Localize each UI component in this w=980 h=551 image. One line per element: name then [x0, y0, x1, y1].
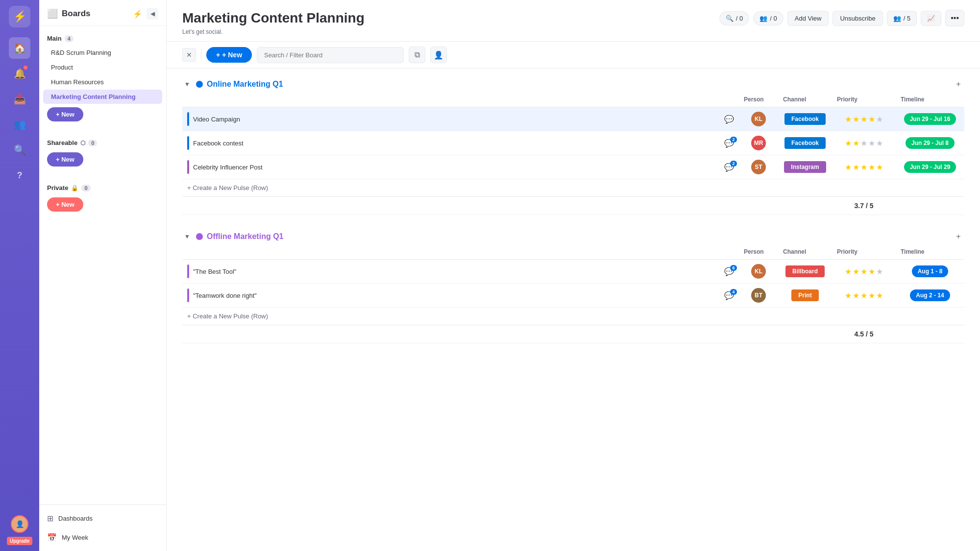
col-priority: Priority [832, 244, 896, 260]
nav-bar: ⚡ 🏠 🔔 📥 👥 🔍 ? 👤 Upgrade [0, 0, 39, 551]
chat-button[interactable]: 💬 [724, 115, 734, 124]
row-name[interactable]: "The Best Tool" [193, 268, 711, 275]
star-1: ★ [845, 267, 852, 276]
group-offline-header: ▼ Offline Marketing Q1 + [182, 231, 964, 242]
col-priority: Priority [832, 92, 896, 107]
members-button[interactable]: 👥 / 5 [887, 11, 917, 26]
row-name[interactable]: Celebrity Influencer Post [193, 164, 711, 171]
people-stat-icon: 👥 [760, 15, 767, 22]
stars[interactable]: ★ ★ ★ ★ ★ [837, 291, 891, 300]
sidebar: ⬜ Boards ⚡ ◀ Main 4 R&D Scrum Planning P… [39, 0, 167, 551]
nav-bell-icon[interactable]: 🔔 [9, 63, 30, 84]
stars[interactable]: ★ ★ ★ ★ ★ [837, 139, 891, 148]
timeline-badge[interactable]: Jun 29 - Jul 16 [904, 113, 956, 125]
person-avatar[interactable]: MR [751, 136, 766, 150]
group-online-collapse[interactable]: ▼ [182, 79, 192, 89]
sidebar-item-mcp[interactable]: Marketing Content Planning [43, 90, 162, 104]
star-3: ★ [860, 115, 867, 124]
sidebar-item-rnd[interactable]: R&D Scrum Planning [43, 46, 162, 60]
row-name[interactable]: Video Campaign [193, 116, 711, 123]
board-title: Marketing Content Planning [182, 10, 365, 26]
channel-badge[interactable]: Facebook [784, 137, 826, 149]
col-person: Person [739, 92, 778, 107]
nav-inbox-icon[interactable]: 📥 [9, 88, 30, 110]
create-row[interactable]: + Create a New Pulse (Row) [182, 308, 964, 325]
main-label: Main [47, 35, 62, 42]
stat-people-pill[interactable]: 👥 / 0 [753, 11, 783, 25]
chat-button[interactable]: 💬4 [724, 291, 734, 300]
group-online-add-btn[interactable]: + [953, 78, 964, 90]
col-name [182, 244, 739, 260]
channel-badge[interactable]: Print [791, 289, 818, 301]
shareable-section: Shareable ⬡ 0 + New [39, 130, 166, 175]
timeline-badge[interactable]: Jun 29 - Jul 29 [904, 161, 956, 173]
filter-button[interactable]: ⧉ [409, 47, 425, 63]
nav-search-icon[interactable]: 🔍 [9, 139, 30, 161]
star-1: ★ [845, 291, 852, 300]
private-new-button[interactable]: + New [47, 197, 83, 212]
row-timeline-cell: Jun 29 - Jul 16 [896, 107, 964, 131]
avg-channel-empty [778, 325, 832, 343]
table-row: Celebrity Influencer Post ✏ 💬2 ST In [182, 155, 964, 179]
channel-badge[interactable]: Instagram [784, 161, 826, 173]
table-row: Facebook contest ✏ 💬2 MR Facebook [182, 131, 964, 155]
search-input[interactable] [257, 47, 404, 63]
user-avatar[interactable]: 👤 [11, 515, 28, 533]
row-name[interactable]: Facebook contest [193, 140, 711, 147]
create-row-text[interactable]: + Create a New Pulse (Row) [182, 308, 964, 325]
main-new-button[interactable]: + New [47, 107, 83, 121]
sidebar-footer: ⊞ Dashboards 📅 My Week [39, 504, 166, 551]
stat-search-pill[interactable]: 🔍 / 0 [719, 11, 749, 25]
sidebar-item-product[interactable]: Product [43, 60, 162, 74]
upgrade-badge[interactable]: Upgrade [7, 537, 33, 545]
chat-button[interactable]: 💬6 [724, 267, 734, 276]
more-button[interactable]: ••• [945, 10, 964, 26]
stars[interactable]: ★ ★ ★ ★ ★ [837, 115, 891, 124]
timeline-badge[interactable]: Aug 2 - 14 [910, 289, 950, 301]
create-row[interactable]: + Create a New Pulse (Row) [182, 179, 964, 197]
collapse-btn[interactable]: ◀ [147, 8, 158, 20]
star-4: ★ [868, 291, 875, 300]
star-4: ★ [868, 267, 875, 276]
timeline-badge[interactable]: Aug 1 - 8 [912, 265, 949, 277]
row-timeline-cell: Aug 1 - 8 [896, 260, 964, 284]
channel-badge[interactable]: Facebook [784, 113, 826, 125]
avg-timeline-empty [896, 325, 964, 343]
clear-button[interactable]: ✕ [182, 48, 196, 62]
person-avatar[interactable]: ST [751, 160, 766, 174]
person-filter-button[interactable]: 👤 [430, 47, 447, 63]
group-offline-title[interactable]: Offline Marketing Q1 [207, 232, 283, 241]
stars[interactable]: ★ ★ ★ ★ ★ [837, 163, 891, 172]
create-row-text[interactable]: + Create a New Pulse (Row) [182, 179, 964, 197]
person-avatar[interactable]: KL [751, 264, 766, 279]
sidebar-item-my-week[interactable]: 📅 My Week [39, 528, 166, 547]
person-avatar[interactable]: KL [751, 112, 766, 126]
group-online-title[interactable]: Online Marketing Q1 [207, 80, 283, 89]
nav-people-icon[interactable]: 👥 [9, 114, 30, 135]
new-item-button[interactable]: + + New [206, 47, 252, 63]
add-view-button[interactable]: Add View [787, 11, 829, 26]
nav-home-icon[interactable]: 🏠 [9, 37, 30, 59]
activity-button[interactable]: 📈 [921, 11, 941, 26]
chat-button[interactable]: 💬2 [724, 139, 734, 148]
shareable-new-button[interactable]: + New [47, 152, 83, 167]
row-person-cell: ST [739, 155, 778, 179]
nav-logo[interactable]: ⚡ [9, 6, 30, 27]
group-online-table: Person Channel Priority Timeline Video C… [182, 92, 964, 215]
sidebar-item-hr[interactable]: Human Resources [43, 75, 162, 89]
chat-button[interactable]: 💬2 [724, 163, 734, 172]
channel-badge[interactable]: Billboard [785, 265, 825, 277]
nav-help-icon[interactable]: ? [9, 165, 30, 186]
person-avatar[interactable]: BT [751, 288, 766, 303]
sidebar-item-dashboards[interactable]: ⊞ Dashboards [39, 509, 166, 528]
unsubscribe-button[interactable]: Unsubscribe [833, 11, 882, 26]
row-name[interactable]: "Teamwork done right" [193, 292, 711, 299]
private-count: 0 [81, 185, 90, 192]
avg-score: 3.7 / 5 [832, 197, 896, 215]
share-icon: ⬡ [80, 140, 85, 146]
group-offline-add-btn[interactable]: + [953, 231, 964, 242]
timeline-badge[interactable]: Jun 29 - Jul 8 [906, 137, 955, 149]
col-channel: Channel [778, 92, 832, 107]
stars[interactable]: ★ ★ ★ ★ ★ [837, 267, 891, 276]
group-offline-collapse[interactable]: ▼ [182, 232, 192, 241]
